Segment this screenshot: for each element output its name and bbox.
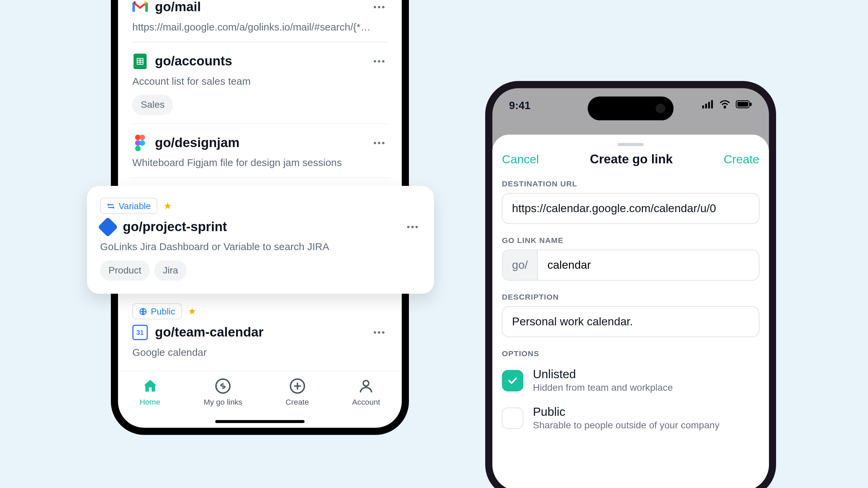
list-item[interactable]: go/accounts Account list for sales team …: [132, 42, 387, 124]
more-icon[interactable]: [371, 324, 387, 341]
checkbox-public[interactable]: [502, 407, 523, 429]
label-name: GO LINK NAME: [502, 236, 759, 245]
link-icon: [214, 377, 232, 395]
gmail-icon: [132, 0, 148, 15]
svg-point-29: [415, 226, 418, 228]
row-title: go/team-calendar: [155, 325, 363, 340]
svg-rect-36: [737, 102, 748, 107]
label-options: OPTIONS: [502, 349, 759, 358]
tag[interactable]: Jira: [155, 260, 187, 281]
svg-point-1: [378, 6, 380, 8]
battery-icon: [735, 100, 752, 111]
star-icon[interactable]: ★: [163, 200, 172, 211]
svg-point-19: [374, 331, 376, 333]
tab-bar: Home My go links Create Account: [118, 370, 402, 428]
svg-point-16: [378, 142, 380, 144]
account-icon: [357, 377, 375, 395]
public-badge: Public: [132, 303, 182, 319]
list-item[interactable]: go/designjam Whiteboard Figjam file for …: [132, 124, 387, 178]
name-value[interactable]: calendar: [538, 250, 758, 280]
svg-point-0: [374, 6, 376, 8]
svg-point-8: [378, 60, 380, 63]
row-subtitle: Whiteboard Figjam file for design jam se…: [132, 157, 387, 169]
row-title: go/project-sprint: [123, 219, 397, 235]
status-time: 9:41: [509, 99, 530, 112]
description-field[interactable]: Personal work calendar.: [502, 306, 759, 337]
sheet-grabber[interactable]: [617, 143, 644, 146]
svg-point-9: [382, 60, 384, 63]
option-subtitle: Hidden from team and workplace: [533, 383, 673, 393]
cellular-icon: [702, 100, 714, 111]
svg-point-20: [378, 331, 380, 333]
variable-badge: Variable: [100, 198, 157, 214]
row-title: go/designjam: [155, 135, 363, 151]
tab-label: Create: [285, 398, 309, 406]
svg-point-14: [135, 146, 140, 151]
more-icon[interactable]: [371, 0, 387, 16]
option-title: Public: [533, 405, 719, 419]
option-public[interactable]: Public Sharable to people outside of you…: [502, 400, 759, 438]
gcal-icon: 31: [132, 325, 148, 340]
create-button[interactable]: Create: [724, 152, 760, 166]
star-icon[interactable]: ★: [188, 306, 196, 317]
more-icon[interactable]: [404, 219, 421, 235]
checkbox-unlisted[interactable]: [502, 370, 523, 391]
svg-rect-30: [702, 105, 704, 108]
golink-name-field[interactable]: go/ calendar: [502, 250, 759, 281]
svg-point-21: [382, 331, 384, 333]
svg-point-2: [382, 6, 384, 8]
prefix: go/: [502, 250, 538, 280]
home-indicator: [215, 420, 305, 423]
svg-rect-32: [708, 102, 710, 108]
list-item[interactable]: go/mail https://mail.google.com/a/golink…: [132, 0, 387, 42]
row-title: go/mail: [155, 0, 363, 15]
svg-point-13: [139, 140, 145, 146]
sheets-icon: [132, 54, 148, 69]
tab-home[interactable]: Home: [140, 377, 160, 406]
tab-label: Account: [352, 398, 380, 406]
row-title: go/accounts: [155, 54, 363, 69]
more-icon[interactable]: [371, 53, 387, 69]
more-icon[interactable]: [371, 135, 387, 151]
jira-icon: [100, 219, 116, 235]
svg-point-34: [724, 107, 726, 108]
row-subtitle: https://mail.google.com/a/golinks.io/mai…: [132, 21, 387, 33]
badge-label: Public: [151, 306, 175, 317]
cancel-button[interactable]: Cancel: [502, 152, 539, 166]
tab-create[interactable]: Create: [285, 377, 309, 406]
phone-right: 9:41 Cancel Create go link Create DESTIN…: [485, 81, 776, 488]
tab-account[interactable]: Account: [352, 377, 380, 406]
destination-url-field[interactable]: https://calendar.google.com/calendar/u/0: [502, 193, 759, 224]
tag[interactable]: Sales: [132, 95, 173, 115]
dynamic-island: [588, 97, 673, 120]
svg-point-27: [407, 226, 410, 228]
plus-icon: [288, 377, 306, 395]
svg-point-15: [374, 142, 376, 144]
floating-card[interactable]: Variable ★ go/project-sprint GoLinks Jir…: [87, 186, 434, 293]
svg-point-17: [382, 142, 384, 144]
svg-point-28: [411, 226, 414, 228]
row-subtitle: Google calendar: [132, 347, 387, 359]
option-unlisted[interactable]: Unlisted Hidden from team and workplace: [502, 363, 759, 401]
tag[interactable]: Product: [100, 260, 150, 281]
option-title: Unlisted: [533, 368, 673, 381]
svg-point-26: [363, 381, 369, 386]
option-subtitle: Sharable to people outside of your compa…: [533, 420, 719, 431]
row-subtitle: Account list for sales team: [132, 76, 387, 87]
row-subtitle: GoLinks Jira Dashboard or Variable to se…: [100, 241, 421, 253]
tab-mylinks[interactable]: My go links: [203, 377, 242, 406]
sheet-title: Create go link: [590, 152, 673, 166]
figma-icon: [132, 135, 148, 151]
screen-right: 9:41 Cancel Create go link Create DESTIN…: [492, 88, 769, 488]
tab-label: My go links: [203, 398, 242, 406]
svg-point-7: [374, 60, 376, 63]
label-destination: DESTINATION URL: [502, 179, 759, 188]
svg-point-11: [139, 135, 145, 140]
home-icon: [141, 377, 159, 395]
golinks-list: go/mail https://mail.google.com/a/golink…: [118, 0, 402, 370]
tab-label: Home: [140, 398, 160, 406]
wifi-icon: [719, 100, 731, 111]
svg-rect-31: [705, 104, 707, 108]
label-description: DESCRIPTION: [502, 292, 759, 301]
list-item[interactable]: Public ★ 31 go/team-calendar Google cal: [132, 292, 387, 367]
